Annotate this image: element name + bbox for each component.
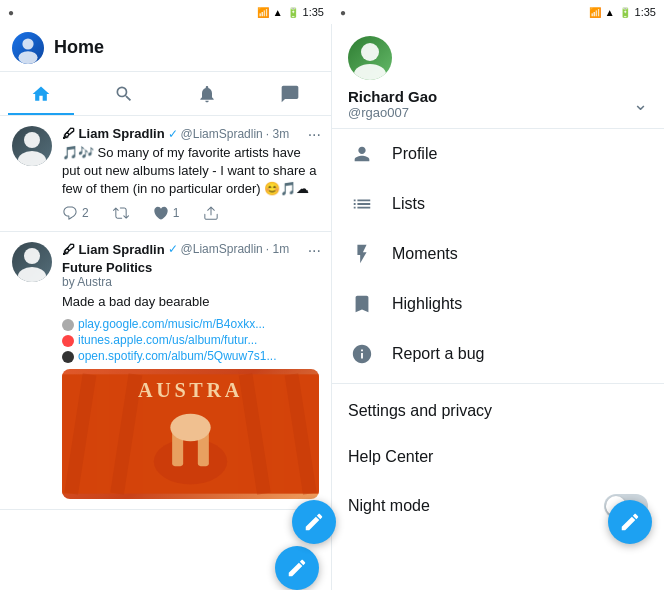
tweet-1-time: · 3m <box>266 127 289 141</box>
wifi-icon-right: ▲ <box>605 7 615 18</box>
compose-fab-overlay[interactable] <box>292 500 336 544</box>
compose-fab[interactable] <box>275 546 319 590</box>
tab-messages[interactable] <box>248 72 331 115</box>
drawer-report-label: Report a bug <box>392 345 485 363</box>
tab-home[interactable] <box>0 72 83 115</box>
tweet-1-like-count: 1 <box>173 206 180 220</box>
tweet-1-reply[interactable]: 2 <box>62 205 89 221</box>
feed-title: Home <box>54 37 104 58</box>
nav-tabs <box>0 72 331 116</box>
wifi-icon-left: ▲ <box>273 7 283 18</box>
drawer-item-settings[interactable]: Settings and privacy <box>332 388 664 434</box>
tweet-1-share[interactable] <box>203 205 219 221</box>
drawer-item-report[interactable]: Report a bug <box>332 329 664 379</box>
tweet-2-more[interactable]: ··· <box>308 242 321 260</box>
drawer-user-handle: @rgao007 <box>348 105 437 120</box>
tweet-2-time: · 1m <box>266 242 289 256</box>
svg-point-1 <box>18 51 37 64</box>
drawer-lists-label: Lists <box>392 195 425 213</box>
svg-point-16 <box>361 43 379 61</box>
tweet-2-link-google[interactable]: play.google.com/music/m/B4oxkx... <box>62 317 319 331</box>
tweet-2-link-itunes[interactable]: itunes.apple.com/us/album/futur... <box>62 333 319 347</box>
status-bar-left: ● 📶 ▲ 🔋 1:35 <box>0 0 332 24</box>
status-right-icons-left: 📶 ▲ 🔋 1:35 <box>257 6 324 18</box>
tweet-2: 🖊 Liam Spradlin ✓ @LiamSpradlin · 1m Fut… <box>0 232 331 510</box>
drawer-avatar[interactable] <box>348 36 392 80</box>
svg-point-3 <box>18 151 46 166</box>
tweet-2-links: play.google.com/music/m/B4oxkx... itunes… <box>62 317 319 363</box>
bolt-icon <box>348 243 376 265</box>
tweet-1-name: 🖊 Liam Spradlin <box>62 126 165 141</box>
header-avatar[interactable] <box>12 32 44 64</box>
svg-point-5 <box>18 267 46 282</box>
drawer-item-profile[interactable]: Profile <box>332 129 664 179</box>
compose-fab-right-overlay[interactable] <box>608 500 652 544</box>
signal-icon-right: 📶 <box>589 7 601 18</box>
tweet-2-media: AUSTRA <box>62 369 319 499</box>
feed-pane: Home <box>0 24 332 590</box>
tweet-2-name: 🖊 Liam Spradlin <box>62 242 165 257</box>
battery-icon-left: 🔋 <box>287 7 299 18</box>
drawer-highlights-label: Highlights <box>392 295 462 313</box>
drawer-header: Richard Gao @rgao007 ⌄ <box>332 24 664 129</box>
tweet-2-song-artist: by Austra <box>62 275 319 289</box>
tweet-2-song-title: Future Politics <box>62 260 319 275</box>
tweet-1-reply-count: 2 <box>82 206 89 220</box>
time-left: 1:35 <box>303 6 324 18</box>
person-icon <box>348 143 376 165</box>
feed-header: Home <box>0 24 331 72</box>
svg-point-7 <box>154 438 227 484</box>
drawer-item-help[interactable]: Help Center <box>332 434 664 480</box>
drawer-item-lists[interactable]: Lists <box>332 179 664 229</box>
tab-search[interactable] <box>83 72 166 115</box>
drawer-item-moments[interactable]: Moments <box>332 229 664 279</box>
bookmark-icon <box>348 293 376 315</box>
tweet-1-avatar[interactable] <box>12 126 52 166</box>
tweet-1-actions: 2 1 <box>62 205 319 221</box>
tweet-2-handle: @LiamSpradlin <box>181 242 263 256</box>
feed-content: 🖊 Liam Spradlin ✓ @LiamSpradlin · 3m 🎵🎶 … <box>0 116 331 590</box>
battery-icon-right: 🔋 <box>619 7 631 18</box>
list-icon <box>348 193 376 215</box>
google-music-icon <box>62 319 74 331</box>
tweet-1-retweet[interactable] <box>113 205 129 221</box>
tweet-2-verified: ✓ <box>168 242 178 256</box>
drawer-expand-icon[interactable]: ⌄ <box>633 93 648 115</box>
tweet-1-body: 🖊 Liam Spradlin ✓ @LiamSpradlin · 3m 🎵🎶 … <box>62 126 319 221</box>
drawer-profile-label: Profile <box>392 145 437 163</box>
svg-point-4 <box>24 248 40 264</box>
drawer-item-highlights[interactable]: Highlights <box>332 279 664 329</box>
drawer-nightmode-label: Night mode <box>348 497 430 515</box>
tweet-1: 🖊 Liam Spradlin ✓ @LiamSpradlin · 3m 🎵🎶 … <box>0 116 331 232</box>
status-bar-right: ● 📶 ▲ 🔋 1:35 <box>332 0 664 24</box>
svg-point-0 <box>22 38 33 49</box>
svg-point-10 <box>170 414 210 442</box>
svg-point-2 <box>24 132 40 148</box>
tweet-2-body: 🖊 Liam Spradlin ✓ @LiamSpradlin · 1m Fut… <box>62 242 319 499</box>
tweet-1-like[interactable]: 1 <box>153 205 180 221</box>
svg-point-17 <box>354 64 386 80</box>
status-left-icon-r: ● <box>340 7 346 18</box>
tweet-1-text: 🎵🎶 So many of my favorite artists have p… <box>62 144 319 199</box>
drawer-separator-1 <box>332 383 664 384</box>
time-right: 1:35 <box>635 6 656 18</box>
drawer-help-label: Help Center <box>348 448 433 466</box>
tweet-2-avatar[interactable] <box>12 242 52 282</box>
tweet-1-more[interactable]: ··· <box>308 126 321 144</box>
status-left-icon: ● <box>8 7 14 18</box>
drawer-settings-label: Settings and privacy <box>348 402 492 420</box>
drawer-moments-label: Moments <box>392 245 458 263</box>
drawer-user-name: Richard Gao <box>348 88 437 105</box>
signal-icon-left: 📶 <box>257 7 269 18</box>
tweet-1-verified: ✓ <box>168 127 178 141</box>
itunes-icon <box>62 335 74 347</box>
tweet-1-handle: @LiamSpradlin <box>181 127 263 141</box>
spotify-icon <box>62 351 74 363</box>
info-icon <box>348 343 376 365</box>
tweet-2-link-spotify[interactable]: open.spotify.com/album/5Qwuw7s1... <box>62 349 319 363</box>
tab-notifications[interactable] <box>166 72 249 115</box>
status-right-icons-right: 📶 ▲ 🔋 1:35 <box>589 6 656 18</box>
svg-text:AUSTRA: AUSTRA <box>138 379 243 401</box>
drawer-user-row: Richard Gao @rgao007 ⌄ <box>348 88 648 120</box>
tweet-2-text: Made a bad day bearable <box>62 293 319 311</box>
